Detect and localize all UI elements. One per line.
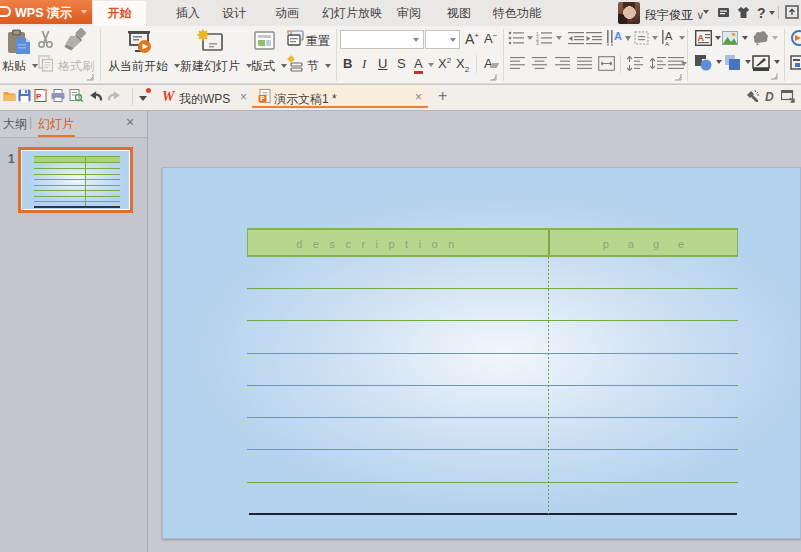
svg-text:3: 3 — [536, 40, 539, 45]
svg-text:A: A — [698, 33, 705, 43]
svg-text:P: P — [36, 92, 42, 101]
svg-text:A: A — [665, 41, 669, 46]
svg-text:A: A — [614, 30, 622, 42]
svg-text:P: P — [260, 95, 265, 102]
